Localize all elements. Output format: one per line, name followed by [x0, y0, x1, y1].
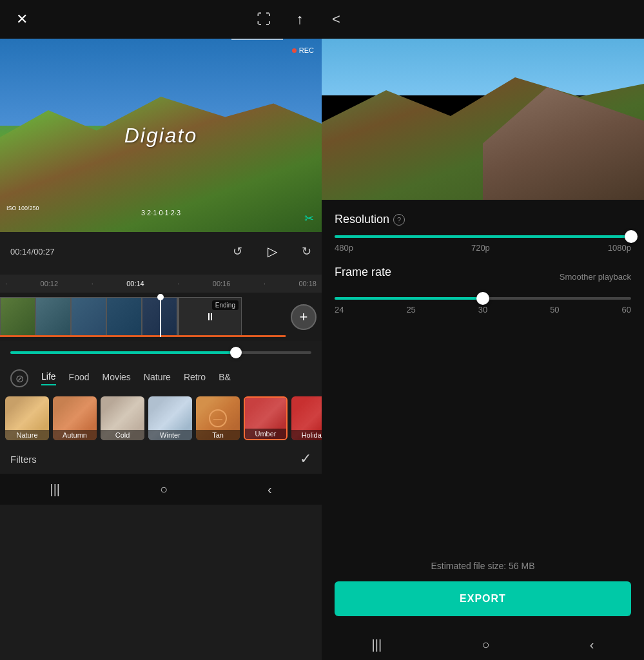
- framerate-label: Frame rate: [335, 266, 391, 279]
- filter-cat-b[interactable]: B&: [219, 372, 231, 385]
- check-icon[interactable]: ✓: [300, 451, 311, 467]
- ruler-dot-3: ·: [177, 280, 179, 287]
- top-line-decoration: [231, 39, 283, 40]
- filter-thumb-cold[interactable]: Cold: [101, 396, 144, 440]
- filter-categories: ⊘ Life Food Movies Nature Retro B&: [0, 364, 322, 393]
- clip-ending[interactable]: Ending ⏸: [177, 297, 242, 337]
- ruler-mark-3: 00:16: [213, 280, 231, 287]
- resolution-help-icon[interactable]: ?: [393, 214, 405, 226]
- filter-label-nature: Nature: [5, 430, 49, 440]
- clip-2[interactable]: [35, 297, 71, 337]
- filter-thumbnails: Nature Autumn Cold Winter Tan Umber Holi…: [0, 393, 322, 444]
- res-label-1080: 1080p: [608, 243, 631, 253]
- export-button[interactable]: EXPORT: [335, 581, 631, 616]
- right-panel: < Resolution ? 480p 720p 1080p: [322, 0, 644, 660]
- timeline-track[interactable]: Ending ⏸ +: [0, 293, 322, 341]
- left-panel: ✕ ⛶ ↑ REC Digiato ISO 100/250 3·2·1·0·1·…: [0, 0, 322, 660]
- rec-badge: REC: [292, 46, 314, 54]
- ctrl-icons: ↺ ▷ ↻: [233, 240, 311, 263]
- filter-thumb-nature[interactable]: Nature: [5, 396, 49, 440]
- ending-label: Ending: [212, 300, 239, 310]
- filter-thumb-tan[interactable]: Tan: [196, 396, 240, 440]
- filter-label-umber: Umber: [245, 429, 286, 439]
- resolution-setting: Resolution ? 480p 720p 1080p: [335, 213, 631, 253]
- fullscreen-button[interactable]: ⛶: [252, 8, 275, 31]
- filter-label-cold: Cold: [101, 430, 144, 440]
- nav-recents-right[interactable]: |||: [372, 637, 382, 652]
- undo-button[interactable]: ↺: [233, 244, 242, 258]
- resolution-label: Resolution ?: [335, 213, 631, 226]
- ruler-dot-4: ·: [264, 280, 266, 287]
- fr-label-25: 25: [406, 305, 415, 315]
- add-clip-button[interactable]: +: [291, 304, 317, 330]
- time-controls: 00:14/00:27 ↺ ▷ ↻: [10, 240, 311, 263]
- iso-label: ISO 100/250: [6, 205, 39, 213]
- ruler-dot-2: ·: [92, 280, 93, 287]
- ruler-marks: · 00:12 · 00:14 · 00:16 · 00:18: [0, 280, 322, 287]
- filter-thumb-autumn[interactable]: Autumn: [53, 396, 97, 440]
- share-button[interactable]: ↑: [288, 8, 311, 31]
- file-size-text: Estimated file size: 56 MB: [335, 561, 631, 571]
- resolution-slider-container: [335, 235, 631, 238]
- right-video-preview: [322, 39, 644, 200]
- framerate-slider-track[interactable]: [335, 297, 631, 300]
- fr-label-60: 60: [622, 305, 631, 315]
- pause-icon: ⏸: [205, 311, 215, 323]
- left-top-bar: ✕ ⛶ ↑: [0, 0, 322, 39]
- filter-cat-nature[interactable]: Nature: [144, 372, 171, 385]
- ruler-mark-2: 00:14: [126, 280, 144, 287]
- filter-cat-food[interactable]: Food: [69, 372, 90, 385]
- filter-slider-thumb[interactable]: [230, 347, 242, 358]
- nav-back-left[interactable]: ‹: [268, 482, 272, 497]
- framerate-slider-fill: [335, 297, 483, 300]
- smoother-text: Smoother playback: [560, 272, 631, 282]
- no-filter-icon[interactable]: ⊘: [10, 369, 28, 387]
- counter-label: 3·2·1·0·1·2·3: [141, 209, 181, 217]
- framerate-labels: 24 25 30 50 60: [335, 305, 631, 315]
- time-display: 00:14/00:27: [10, 247, 55, 257]
- cut-icon: ✂: [304, 211, 314, 226]
- filter-cat-movies[interactable]: Movies: [102, 372, 131, 385]
- ruler-mark-4: 00:18: [298, 280, 317, 287]
- clip-4[interactable]: [106, 297, 142, 337]
- filter-thumb-umber[interactable]: Umber: [244, 396, 288, 440]
- res-label-480: 480p: [335, 243, 353, 253]
- export-area: Estimated file size: 56 MB EXPORT: [322, 548, 644, 629]
- filter-cat-retro[interactable]: Retro: [184, 372, 206, 385]
- filter-label-autumn: Autumn: [53, 430, 97, 440]
- nav-bar-right: ||| ○ ‹: [322, 629, 644, 660]
- fr-label-24: 24: [335, 305, 344, 315]
- back-button[interactable]: <: [332, 11, 340, 28]
- close-button[interactable]: ✕: [10, 8, 34, 31]
- res-label-720: 720p: [471, 243, 490, 253]
- nav-recents-left[interactable]: |||: [50, 482, 60, 497]
- filters-label: Filters: [10, 454, 37, 465]
- nav-home-right[interactable]: ○: [482, 637, 489, 652]
- resolution-slider-thumb[interactable]: [625, 230, 638, 243]
- video-preview: REC Digiato ISO 100/250 3·2·1·0·1·2·3 ✂: [0, 39, 322, 232]
- resolution-slider-track[interactable]: [335, 235, 631, 238]
- nav-bar-left: ||| ○ ‹: [0, 474, 322, 505]
- nav-back-right[interactable]: ‹: [590, 637, 594, 652]
- play-button[interactable]: ▷: [260, 240, 284, 263]
- filters-bottom-bar: Filters ✓: [0, 444, 322, 474]
- playhead: [160, 297, 161, 337]
- framerate-slider-container: [335, 297, 631, 300]
- nav-home-left[interactable]: ○: [160, 482, 168, 497]
- clip-1[interactable]: [0, 297, 35, 337]
- fr-label-30: 30: [478, 305, 487, 315]
- clip-3[interactable]: [71, 297, 106, 337]
- ruler-mark-1: 00:12: [41, 280, 59, 287]
- controls-area: 00:14/00:27 ↺ ▷ ↻: [0, 232, 322, 275]
- filter-slider-track[interactable]: [10, 351, 311, 354]
- filter-cat-life[interactable]: Life: [41, 371, 56, 385]
- redo-button[interactable]: ↻: [302, 244, 311, 258]
- filter-thumb-winter[interactable]: Winter: [148, 396, 192, 440]
- filter-thumb-holiday[interactable]: Holiday: [291, 396, 322, 440]
- framerate-slider-thumb[interactable]: [476, 292, 489, 305]
- right-top-bar: <: [322, 0, 644, 39]
- filter-slider-area: [0, 341, 322, 364]
- right-sky-bg: [322, 39, 644, 95]
- rec-dot: [292, 48, 297, 53]
- track-clips: Ending ⏸: [0, 297, 286, 337]
